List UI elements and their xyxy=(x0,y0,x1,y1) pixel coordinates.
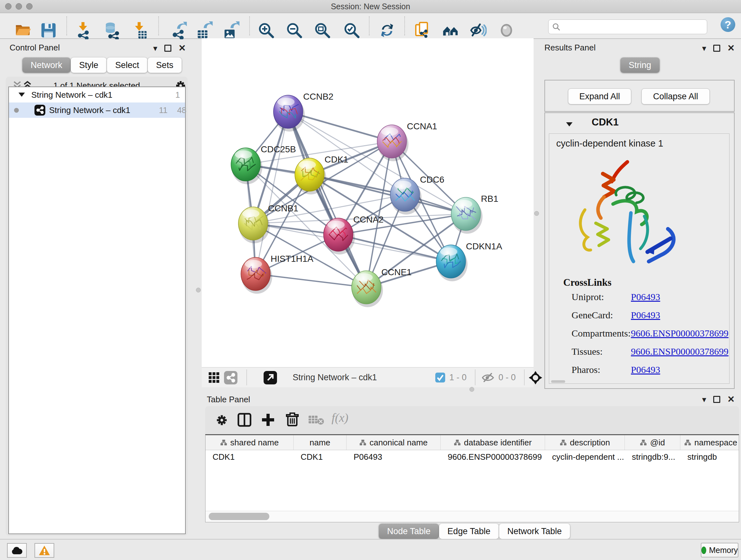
column-type-icon xyxy=(560,439,567,446)
panel-float-icon[interactable] xyxy=(713,396,720,403)
network-row-selected[interactable]: String Network – cdk1 11 48 xyxy=(9,103,185,118)
add-column-plus-icon[interactable] xyxy=(261,413,275,427)
grid-view-icon[interactable] xyxy=(208,372,220,384)
tab-style[interactable]: Style xyxy=(71,57,107,73)
table-horizontal-scrollbar[interactable] xyxy=(205,511,739,522)
zoom-out-button[interactable] xyxy=(285,21,303,39)
zoom-selected-button[interactable] xyxy=(343,21,360,39)
scrollbar-thumb[interactable] xyxy=(209,513,269,520)
network-view-canvas[interactable]: CCNB2CCNA1CDC25BCDK1CDC6RB1CCNB1CCNA2CDK… xyxy=(202,38,534,387)
node-label-CDKN1A: CDKN1A xyxy=(466,241,502,251)
open-session-button[interactable] xyxy=(14,21,32,39)
right-splitter-handle[interactable] xyxy=(534,211,539,216)
column-header-label: database identifier xyxy=(464,438,532,448)
tab-sets[interactable]: Sets xyxy=(148,57,182,73)
panel-float-icon[interactable] xyxy=(164,45,172,52)
control-panel-window-controls: ▾ ✕ xyxy=(153,45,186,52)
column-header-@id[interactable]: @id xyxy=(625,435,680,450)
column-header-description[interactable]: description xyxy=(545,435,625,450)
search-input[interactable] xyxy=(563,20,702,33)
crosslinks-list: Uniprot:P06493GeneCard:P06493Compartment… xyxy=(549,292,729,382)
panel-menu-icon[interactable]: ▾ xyxy=(153,45,157,51)
inner-scrollbar-thumb[interactable] xyxy=(551,380,565,383)
table-cell[interactable]: stringdb:9... xyxy=(625,450,680,464)
import-table-from-file-button[interactable] xyxy=(130,21,148,39)
show-hide-graphics-details-button[interactable] xyxy=(469,21,487,39)
memory-button[interactable]: Memory xyxy=(701,543,738,557)
refresh-view-button[interactable] xyxy=(378,21,396,39)
crosslink-row: Compartments:9606.ENSP00000378699 xyxy=(549,328,729,346)
section-expander-icon[interactable] xyxy=(565,121,573,127)
crosslink-value-link[interactable]: 9606.ENSP00000378699 xyxy=(631,346,729,357)
table-options-gear-icon[interactable] xyxy=(215,413,229,427)
table-toolbar: f(x) xyxy=(205,406,739,434)
zoom-in-button[interactable] xyxy=(257,21,275,39)
show-columns-icon[interactable] xyxy=(237,413,252,427)
delete-column-trash-icon[interactable] xyxy=(285,412,300,427)
panel-menu-icon[interactable]: ▾ xyxy=(702,45,706,51)
fit-selected-crosshair-icon[interactable] xyxy=(529,371,542,385)
column-header-canonical-name[interactable]: canonical name xyxy=(347,435,441,450)
delete-table-icon-disabled xyxy=(308,415,325,425)
toolbar-separator xyxy=(66,16,67,36)
selected-checkbox-icon[interactable] xyxy=(435,373,445,382)
table-cell[interactable]: CDK1 xyxy=(205,450,293,464)
column-header-namespace[interactable]: namespace xyxy=(680,435,741,450)
export-image-button[interactable] xyxy=(223,21,241,39)
cloud-status-button[interactable] xyxy=(7,543,27,558)
expand-all-button[interactable]: Expand All xyxy=(568,88,631,105)
network-share-view-icon[interactable] xyxy=(224,371,238,384)
table-cell[interactable]: stringdb xyxy=(680,450,741,464)
export-table-button[interactable] xyxy=(196,21,214,39)
table-cell[interactable]: P06493 xyxy=(347,450,441,464)
panel-close-icon[interactable]: ✕ xyxy=(179,45,186,51)
crosslink-value-link[interactable]: 9606.ENSP00000378699 xyxy=(631,328,729,339)
table-panel-title: Table Panel xyxy=(207,395,250,405)
tab-node-table[interactable]: Node Table xyxy=(379,523,439,539)
column-header-name[interactable]: name xyxy=(293,435,347,450)
tab-string[interactable]: String xyxy=(620,57,660,73)
column-header-database-identifier[interactable]: database identifier xyxy=(441,435,545,450)
tab-select[interactable]: Select xyxy=(107,57,147,73)
table-cell[interactable]: cyclin-dependent ... xyxy=(545,450,625,464)
import-network-from-database-button[interactable] xyxy=(102,21,120,39)
table-row[interactable]: CDK1CDK1P064939606.ENSP00000378699cyclin… xyxy=(205,450,739,464)
crosslink-label: Tissues: xyxy=(571,346,603,357)
network-graph[interactable]: CCNB2CCNA1CDC25BCDK1CDC6RB1CCNB1CCNA2CDK… xyxy=(202,38,534,367)
inactive-eye-icon[interactable] xyxy=(497,21,515,39)
panel-close-icon[interactable]: ✕ xyxy=(727,396,735,402)
tree-expander-icon[interactable] xyxy=(18,91,25,98)
table-cell[interactable]: CDK1 xyxy=(293,450,347,464)
birds-eye-view-icon[interactable] xyxy=(264,371,277,384)
warnings-button[interactable] xyxy=(35,543,54,558)
string-actions-box: Expand All Collapse All xyxy=(544,80,735,112)
crosslink-value-link[interactable]: P06493 xyxy=(631,364,660,375)
zoom-fit-button[interactable] xyxy=(313,21,331,39)
application-window: Session: New Session xyxy=(0,0,741,560)
left-splitter-handle[interactable] xyxy=(196,288,201,293)
node-gloss xyxy=(381,127,398,136)
horizontal-splitter-handle[interactable] xyxy=(469,387,474,392)
first-neighbors-button[interactable] xyxy=(442,21,460,39)
tab-edge-table[interactable]: Edge Table xyxy=(439,523,499,539)
node-label-CCNA2: CCNA2 xyxy=(353,214,384,225)
panel-close-icon[interactable]: ✕ xyxy=(727,45,735,51)
edge-CCNA2-CDKN1A[interactable] xyxy=(338,235,451,261)
crosslink-value-link[interactable]: P06493 xyxy=(631,292,660,302)
save-session-button[interactable] xyxy=(40,21,57,39)
tab-network[interactable]: Network xyxy=(22,57,71,73)
export-network-button[interactable] xyxy=(171,21,188,39)
help-button[interactable]: ? xyxy=(721,17,735,32)
panel-float-icon[interactable] xyxy=(713,45,720,52)
edge-HIST1H1A-CCNE1[interactable] xyxy=(256,274,366,287)
network-collection-row[interactable]: String Network – cdk1 1 xyxy=(9,87,185,103)
tab-network-table[interactable]: Network Table xyxy=(499,523,570,539)
import-network-from-file-button[interactable] xyxy=(74,21,92,39)
panel-menu-icon[interactable]: ▾ xyxy=(702,396,706,402)
clone-network-button[interactable] xyxy=(414,21,431,39)
crosslink-value-link[interactable]: P06493 xyxy=(631,310,660,320)
node-gloss xyxy=(455,200,472,208)
table-cell[interactable]: 9606.ENSP00000378699 xyxy=(441,450,545,464)
column-header-shared-name[interactable]: shared name xyxy=(205,435,293,450)
collapse-all-button[interactable]: Collapse All xyxy=(642,88,710,105)
